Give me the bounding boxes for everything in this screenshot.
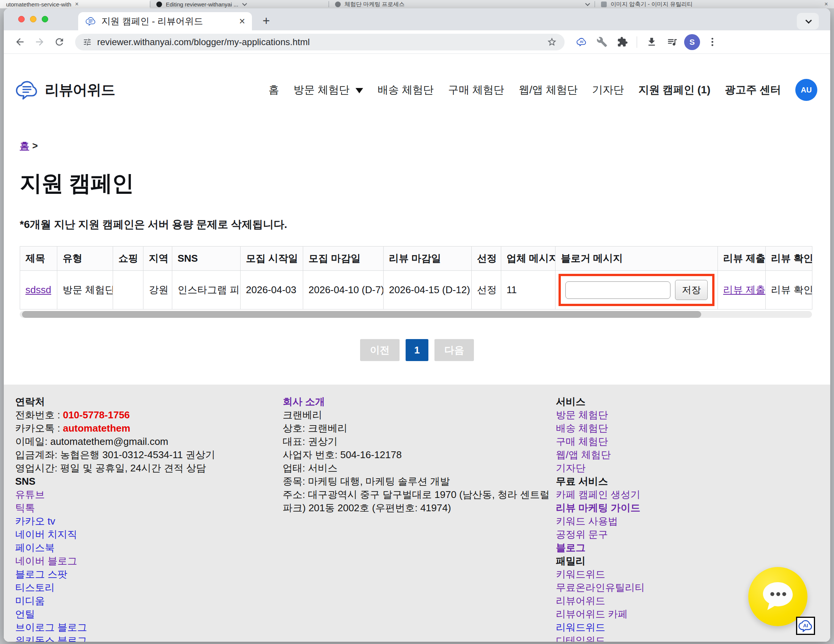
link[interactable]: 페이스북 <box>15 542 55 554</box>
link[interactable]: 유튜브 <box>15 489 45 500</box>
prev-page-button[interactable]: 이전 <box>360 339 399 361</box>
col-region: 지역 <box>144 247 172 271</box>
link[interactable]: 네이버 치지직 <box>15 529 77 540</box>
close-icon[interactable]: × <box>75 1 79 8</box>
nav-purchase-campaign[interactable]: 구매 체험단 <box>448 83 504 97</box>
link[interactable]: 티스토리 <box>15 582 55 593</box>
hours-line: 영업시간: 평일 및 공휴일, 24시간 견적 상담 <box>15 462 283 475</box>
cell-selected: 선정 <box>472 271 501 310</box>
link[interactable]: 공정위 문구 <box>556 529 608 540</box>
review-submit-link[interactable]: 리뷰 제출 <box>723 284 765 295</box>
campaign-title-link[interactable]: sdssd <box>26 284 51 295</box>
phone-value: 010-5778-1756 <box>63 409 130 421</box>
brand-favicon-icon <box>85 16 96 27</box>
download-icon <box>646 36 657 47</box>
reload-button[interactable] <box>51 34 68 50</box>
link[interactable]: 웹/앱 체험단 <box>556 449 611 460</box>
minimize-window-button[interactable] <box>30 16 36 23</box>
link[interactable]: 키워드 사용법 <box>556 515 618 527</box>
current-page-button[interactable]: 1 <box>406 339 428 361</box>
link[interactable]: 배송 체험단 <box>556 423 608 434</box>
site-info-icon[interactable] <box>83 37 92 47</box>
link[interactable]: 리뷰어위드 카페 <box>556 608 627 620</box>
company-line: 사업자 번호: 504-16-12178 <box>283 448 556 462</box>
back-button[interactable] <box>11 34 28 50</box>
link[interactable]: 리뷰어위드 <box>556 595 605 607</box>
horizontal-scrollbar[interactable] <box>20 311 812 318</box>
save-button[interactable]: 저장 <box>675 280 708 300</box>
tab-title: 지원 캠페인 - 리뷰어위드 <box>101 15 234 27</box>
sns-link-facebook: 페이스북 <box>15 541 283 555</box>
blogger-message-input[interactable] <box>566 281 671 299</box>
link[interactable]: 미디움 <box>15 595 45 607</box>
link[interactable]: 카페 캠페인 생성기 <box>556 489 640 500</box>
link[interactable]: 기자단 <box>556 462 585 474</box>
phone-label: 전화번호 : <box>15 409 63 421</box>
link[interactable]: 블로그 스팟 <box>15 568 67 580</box>
chevron-down-icon <box>242 1 247 6</box>
kakao-label: 카카오톡 : <box>15 423 63 434</box>
link[interactable]: 네이버 블로그 <box>15 555 77 567</box>
ai-extension-button[interactable]: AI <box>573 34 590 50</box>
link[interactable]: 리워드위드 <box>556 621 605 633</box>
link[interactable]: 카카오 tv <box>15 515 55 527</box>
ai-brain-icon: AI <box>798 618 813 634</box>
new-tab-button[interactable]: + <box>263 14 270 28</box>
main-nav: 홈 방문 체험단 배송 체험단 구매 체험단 웹/앱 체험단 기자단 지원 캠페… <box>268 79 817 101</box>
scrollbar-thumb[interactable] <box>22 311 701 318</box>
cell-blogger-message: 저장 <box>556 271 718 310</box>
service-link-webapp: 웹/앱 체험단 <box>556 448 819 462</box>
close-icon[interactable]: × <box>824 1 828 8</box>
media-controls-button[interactable] <box>664 34 680 50</box>
link[interactable]: 디테일위드 <box>556 635 605 642</box>
sns-heading: SNS <box>15 475 283 488</box>
background-tab[interactable]: utomatethem-service-with × <box>0 0 150 8</box>
tab-search-button[interactable] <box>797 13 819 29</box>
service-link-visit: 방문 체험단 <box>556 408 819 422</box>
nav-applied-campaigns[interactable]: 지원 캠페인 (1) <box>638 83 710 97</box>
cell-review-check: 리뷰 확인 <box>766 271 812 310</box>
extensions-button[interactable] <box>614 34 630 50</box>
blog-link[interactable]: 블로그 <box>556 542 585 554</box>
browser-profile-avatar[interactable]: S <box>684 34 700 50</box>
link[interactable]: 구매 체험단 <box>556 436 608 447</box>
review-marketing-guide-link[interactable]: 리뷰 마케팅 가이드 <box>556 502 640 513</box>
url-bar[interactable]: reviewer.withanyai.com/blogger/my-applic… <box>75 34 565 50</box>
brand-logo[interactable]: 리뷰어위드 <box>15 77 115 102</box>
company-about-link[interactable]: 회사 소개 <box>283 396 325 407</box>
link[interactable]: 무료온라인유틸리티 <box>556 582 645 593</box>
link[interactable]: 위키독스 블로그 <box>15 635 87 642</box>
next-page-button[interactable]: 다음 <box>435 339 474 361</box>
cell-recruit-start: 2026-04-03 <box>241 271 303 310</box>
forward-button[interactable] <box>31 34 48 50</box>
nav-webapp-campaign[interactable]: 웹/앱 체험단 <box>519 83 578 97</box>
link[interactable]: 브이로그 블로그 <box>15 621 87 633</box>
link[interactable]: 틱톡 <box>15 502 35 513</box>
breadcrumb-home-link[interactable]: 홈 <box>20 140 29 151</box>
link[interactable]: 언틸 <box>15 608 35 620</box>
link[interactable]: 키워드위드 <box>556 568 605 580</box>
nav-advertiser-center[interactable]: 광고주 센터 <box>725 83 781 97</box>
background-tab[interactable]: Editing reviewer-withanyai ... <box>150 0 328 8</box>
user-avatar[interactable]: AU <box>795 79 817 101</box>
ai-extension-badge[interactable]: AI <box>796 617 815 635</box>
wrench-extension-button[interactable] <box>593 34 610 50</box>
close-window-button[interactable] <box>18 16 25 23</box>
link[interactable]: 방문 체험단 <box>556 409 608 421</box>
background-tab[interactable]: 이미지 압축기 - 이미지 유틸리티 × <box>595 0 834 8</box>
review-guide-link-line: 리뷰 마케팅 가이드 <box>556 501 819 515</box>
browser-menu-button[interactable] <box>704 34 721 50</box>
bookmark-star-icon[interactable] <box>547 37 557 47</box>
nav-delivery-campaign[interactable]: 배송 체험단 <box>378 83 434 97</box>
background-tab[interactable]: 체험단 마케팅 프로세스 <box>329 0 595 8</box>
downloads-button[interactable] <box>643 34 660 50</box>
nav-home[interactable]: 홈 <box>268 83 279 97</box>
nav-visit-campaign[interactable]: 방문 체험단 <box>294 83 364 97</box>
tab-close-icon[interactable]: × <box>239 16 245 27</box>
active-tab[interactable]: 지원 캠페인 - 리뷰어위드 × <box>78 12 252 30</box>
pagination: 이전 1 다음 <box>20 339 814 361</box>
zoom-window-button[interactable] <box>42 16 48 23</box>
nav-visit-campaign-label: 방문 체험단 <box>294 84 350 95</box>
background-window-tabstrip: utomatethem-service-with × Editing revie… <box>0 0 834 8</box>
nav-press-corps[interactable]: 기자단 <box>592 83 624 97</box>
